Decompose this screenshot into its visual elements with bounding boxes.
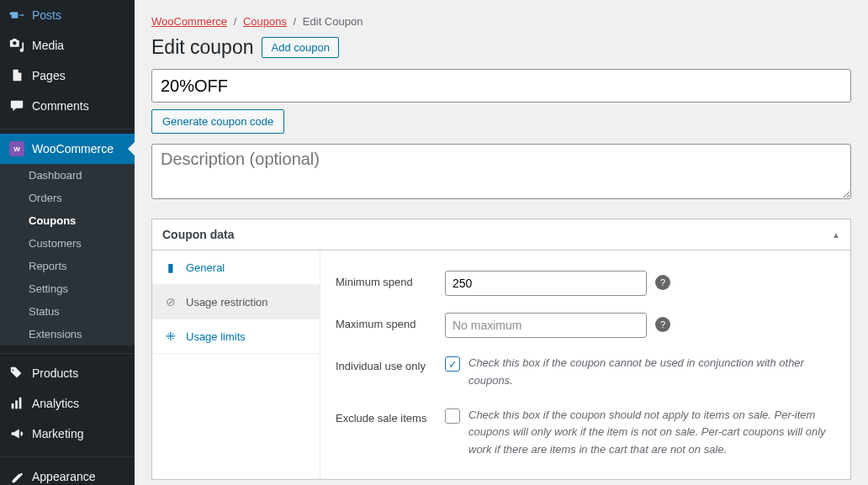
- coupon-code-input[interactable]: [151, 69, 851, 103]
- limits-icon: ⁜: [164, 329, 177, 343]
- menu-products[interactable]: Products: [0, 358, 135, 388]
- menu-marketing[interactable]: Marketing: [0, 419, 135, 449]
- menu-pages[interactable]: Pages: [0, 61, 135, 91]
- menu-separator: [0, 125, 135, 129]
- menu-appearance[interactable]: Appearance: [0, 461, 135, 485]
- menu-label: WooCommerce: [32, 142, 114, 156]
- menu-separator: [0, 453, 135, 457]
- appearance-icon: [8, 468, 25, 485]
- max-spend-input[interactable]: [445, 313, 647, 338]
- description-input[interactable]: [151, 144, 851, 199]
- menu-label: Products: [32, 366, 78, 380]
- exclude-sale-checkbox[interactable]: [445, 409, 460, 424]
- comment-icon: [8, 98, 25, 114]
- row-max-spend: Maximum spend ?: [336, 304, 835, 346]
- products-icon: [8, 365, 25, 382]
- panel-tabs: ▮ General ⊘ Usage restriction ⁜ Usage li…: [152, 250, 320, 479]
- woocommerce-icon: W: [8, 140, 25, 157]
- page-title: Edit coupon: [151, 36, 253, 59]
- individual-use-checkbox[interactable]: ✓: [445, 356, 460, 372]
- admin-sidebar: Posts Media Pages Comments W WooCommerce…: [0, 0, 135, 485]
- menu-analytics[interactable]: Analytics: [0, 388, 135, 419]
- tab-usage-restriction[interactable]: ⊘ Usage restriction: [152, 285, 320, 319]
- svg-rect-2: [19, 398, 22, 409]
- exclude-sale-desc: Check this box if the coupon should not …: [468, 407, 835, 459]
- tab-label: General: [186, 261, 225, 274]
- submenu-orders[interactable]: Orders: [0, 187, 135, 209]
- submenu-extensions[interactable]: Extensions: [0, 323, 135, 345]
- analytics-icon: [8, 395, 25, 412]
- row-individual-use: Individual use only ✓ Check this box if …: [336, 346, 835, 398]
- heading-row: Edit coupon Add coupon: [135, 34, 868, 69]
- min-spend-label: Minimum spend: [336, 271, 445, 288]
- generate-code-button[interactable]: Generate coupon code: [151, 109, 284, 134]
- menu-media[interactable]: Media: [0, 30, 135, 61]
- menu-label: Appearance: [32, 470, 96, 483]
- marketing-icon: [8, 425, 25, 442]
- menu-label: Marketing: [32, 427, 83, 440]
- page-icon: [8, 67, 25, 84]
- breadcrumb-sep: /: [294, 15, 297, 28]
- submenu-dashboard[interactable]: Dashboard: [0, 164, 135, 187]
- breadcrumb-sep: /: [234, 15, 237, 28]
- menu-label: Pages: [32, 69, 66, 82]
- no-entry-icon: ⊘: [164, 295, 177, 308]
- min-spend-input[interactable]: [445, 271, 647, 296]
- postbox-title: Coupon data: [162, 228, 235, 241]
- svg-rect-0: [12, 403, 14, 409]
- main-content: WooCommerce / Coupons / Edit Coupon Edit…: [135, 0, 868, 485]
- individual-use-desc: Check this box if the coupon cannot be u…: [468, 355, 835, 390]
- menu-label: Analytics: [32, 397, 79, 410]
- coupon-code-wrap: [151, 69, 851, 103]
- breadcrumb: WooCommerce / Coupons / Edit Coupon: [135, 0, 868, 34]
- max-spend-label: Maximum spend: [336, 313, 445, 330]
- woocommerce-submenu: Dashboard Orders Coupons Customers Repor…: [0, 164, 135, 345]
- coupon-data-box: Coupon data ▲ ▮ General ⊘ Usage restrict…: [151, 219, 851, 480]
- breadcrumb-woocommerce[interactable]: WooCommerce: [151, 15, 227, 28]
- breadcrumb-coupons[interactable]: Coupons: [243, 15, 287, 28]
- ticket-icon: ▮: [164, 261, 177, 274]
- breadcrumb-current: Edit Coupon: [303, 15, 363, 28]
- exclude-sale-label: Exclude sale items: [336, 407, 445, 424]
- tab-label: Usage limits: [186, 330, 246, 343]
- submenu-customers[interactable]: Customers: [0, 232, 135, 255]
- postbox-header: Coupon data ▲: [152, 219, 850, 250]
- menu-comments[interactable]: Comments: [0, 91, 135, 121]
- menu-woocommerce[interactable]: W WooCommerce: [0, 134, 135, 164]
- row-min-spend: Minimum spend ?: [336, 262, 835, 304]
- submenu-status[interactable]: Status: [0, 300, 135, 323]
- menu-label: Posts: [32, 8, 61, 22]
- submenu-reports[interactable]: Reports: [0, 255, 135, 277]
- tab-label: Usage restriction: [186, 296, 268, 308]
- individual-use-label: Individual use only: [336, 355, 445, 372]
- menu-label: Media: [32, 39, 64, 52]
- svg-rect-1: [15, 400, 18, 409]
- collapse-toggle[interactable]: ▲: [832, 230, 840, 240]
- media-icon: [8, 37, 25, 54]
- help-icon[interactable]: ?: [655, 317, 670, 332]
- menu-label: Comments: [32, 99, 89, 113]
- row-exclude-sale: Exclude sale items Check this box if the…: [336, 398, 835, 467]
- submenu-coupons[interactable]: Coupons: [0, 209, 135, 232]
- panel-content: Minimum spend ? Maximum spend ? Individu…: [320, 250, 850, 479]
- tab-general[interactable]: ▮ General: [152, 250, 320, 285]
- help-icon[interactable]: ?: [655, 275, 670, 290]
- add-coupon-button[interactable]: Add coupon: [262, 37, 338, 58]
- panel-wrap: ▮ General ⊘ Usage restriction ⁜ Usage li…: [152, 250, 850, 479]
- tab-usage-limits[interactable]: ⁜ Usage limits: [152, 319, 320, 354]
- submenu-settings[interactable]: Settings: [0, 277, 135, 300]
- menu-separator: [0, 350, 135, 354]
- pushpin-icon: [8, 7, 25, 24]
- menu-posts[interactable]: Posts: [0, 0, 135, 30]
